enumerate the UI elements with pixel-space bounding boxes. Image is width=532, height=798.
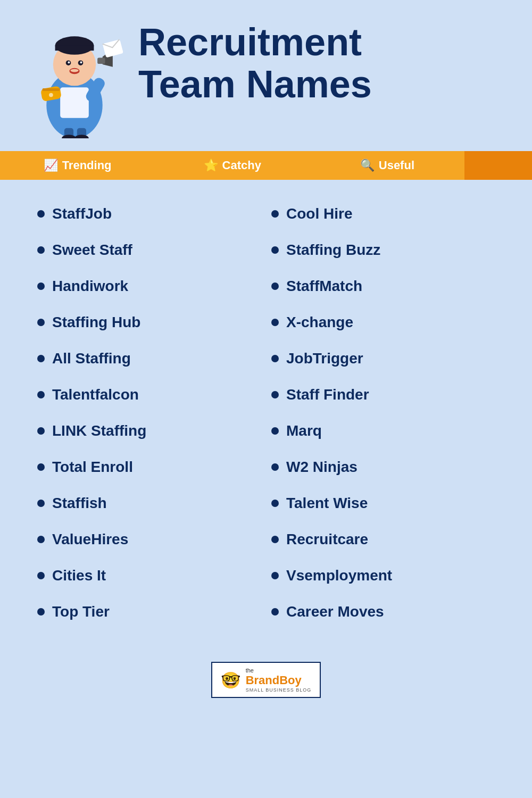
page-wrapper: Recruitment Team Names 📈 Trending ⭐ Catc… (0, 0, 532, 798)
list-item-text: JobTrigger (286, 350, 363, 367)
bullet-icon (37, 500, 45, 507)
list-item-text: StaffMatch (286, 278, 362, 295)
list-item-text: Marq (286, 422, 322, 439)
list-item-right-7: W2 Ninjas (266, 449, 500, 485)
list-item-text: W2 Ninjas (286, 459, 358, 476)
footer: 🤓 the BrandBoy SMALL BUSINESS BLOG (211, 662, 321, 698)
svg-rect-17 (103, 39, 123, 58)
content-area: StaffJobSweet StaffHandiworkStaffing Hub… (0, 180, 532, 651)
list-item-left-3: Staffing Hub (32, 304, 266, 340)
title-container: Recruitment Team Names (138, 16, 511, 105)
svg-rect-12 (43, 88, 60, 91)
list-item-left-10: Cities It (32, 558, 266, 594)
logo-tagline: SMALL BUSINESS BLOG (246, 687, 312, 693)
svg-point-13 (49, 93, 53, 97)
list-item-left-0: StaffJob (32, 196, 266, 232)
tab-useful-label: Useful (379, 159, 414, 172)
list-item-text: Vsemployment (286, 567, 392, 584)
bullet-icon (271, 355, 279, 362)
brandboy-logo: 🤓 the BrandBoy SMALL BUSINESS BLOG (211, 662, 321, 698)
list-item-left-11: Top Tier (32, 594, 266, 630)
bullet-icon (271, 463, 279, 471)
list-item-right-6: Marq (266, 413, 500, 449)
list-item-left-8: Staffish (32, 485, 266, 521)
list-item-text: All Staffing (52, 350, 131, 367)
mascot-illustration (21, 16, 128, 138)
left-column: StaffJobSweet StaffHandiworkStaffing Hub… (32, 196, 266, 630)
logo-mascot-icon: 🤓 (221, 671, 240, 689)
svg-point-10 (70, 69, 78, 72)
list-item-text: Top Tier (52, 603, 110, 620)
list-item-right-3: X-change (266, 304, 500, 340)
bullet-icon (271, 319, 279, 326)
list-item-text: Staffing Buzz (286, 242, 380, 259)
logo-brand-name: BrandBoy (246, 674, 302, 687)
list-item-text: LINK Staffing (52, 422, 146, 439)
bullet-icon (37, 391, 45, 398)
bullet-icon (37, 282, 45, 290)
logo-the-label: the (246, 667, 254, 674)
bullet-icon (37, 355, 45, 362)
bullet-icon (271, 608, 279, 616)
list-item-text: Career Moves (286, 603, 384, 620)
list-item-left-4: All Staffing (32, 340, 266, 377)
list-item-text: Cool Hire (286, 205, 352, 222)
right-column: Cool HireStaffing BuzzStaffMatchX-change… (266, 196, 500, 630)
trending-icon: 📈 (44, 159, 58, 172)
list-item-right-0: Cool Hire (266, 196, 500, 232)
bullet-icon (37, 210, 45, 218)
list-item-text: X-change (286, 314, 353, 331)
bullet-icon (271, 500, 279, 507)
page-title: Recruitment Team Names (138, 21, 372, 105)
bullet-icon (37, 608, 45, 616)
bullet-icon (37, 536, 45, 543)
bullet-icon (271, 572, 279, 579)
list-item-text: Talent Wise (286, 495, 368, 512)
list-item-text: Handiwork (52, 278, 128, 295)
tab-useful[interactable]: 🔍 Useful (310, 151, 464, 180)
list-item-left-2: Handiwork (32, 268, 266, 304)
list-item-text: ValueHires (52, 531, 128, 548)
list-item-text: Staffing Hub (52, 314, 140, 331)
list-item-right-5: Staff Finder (266, 377, 500, 413)
bullet-icon (37, 319, 45, 326)
bullet-icon (271, 427, 279, 435)
list-item-left-9: ValueHires (32, 521, 266, 558)
bullet-icon (271, 210, 279, 218)
list-item-text: Talentfalcon (52, 386, 139, 403)
list-item-text: StaffJob (52, 205, 112, 222)
list-item-right-2: StaffMatch (266, 268, 500, 304)
mascot-container (21, 16, 128, 140)
svg-point-7 (68, 61, 70, 63)
list-item-right-8: Talent Wise (266, 485, 500, 521)
bullet-icon (37, 246, 45, 254)
list-item-text: Total Enroll (52, 459, 133, 476)
tab-catchy-label: Catchy (222, 159, 261, 172)
bullet-icon (271, 246, 279, 254)
svg-rect-4 (55, 46, 94, 51)
bullet-icon (271, 282, 279, 290)
header: Recruitment Team Names (0, 0, 532, 146)
useful-icon: 🔍 (360, 159, 375, 172)
bullet-icon (37, 463, 45, 471)
list-item-right-11: Career Moves (266, 594, 500, 630)
list-item-right-1: Staffing Buzz (266, 232, 500, 268)
list-item-text: Recruitcare (286, 531, 368, 548)
list-item-right-10: Vsemployment (266, 558, 500, 594)
list-item-left-5: Talentfalcon (32, 377, 266, 413)
list-item-text: Staffish (52, 495, 107, 512)
list-item-right-9: Recruitcare (266, 521, 500, 558)
bullet-icon (37, 427, 45, 435)
logo-text: the BrandBoy SMALL BUSINESS BLOG (246, 667, 312, 693)
tab-trending[interactable]: 📈 Trending (0, 151, 155, 180)
tabs-bar: 📈 Trending ⭐ Catchy 🔍 Useful (0, 151, 532, 180)
bullet-icon (271, 391, 279, 398)
list-item-left-6: LINK Staffing (32, 413, 266, 449)
bullet-icon (37, 572, 45, 579)
bullet-icon (271, 536, 279, 543)
svg-point-3 (55, 36, 94, 55)
list-item-left-7: Total Enroll (32, 449, 266, 485)
tab-trending-label: Trending (62, 159, 112, 172)
list-item-text: Staff Finder (286, 386, 369, 403)
tab-catchy[interactable]: ⭐ Catchy (155, 151, 310, 180)
